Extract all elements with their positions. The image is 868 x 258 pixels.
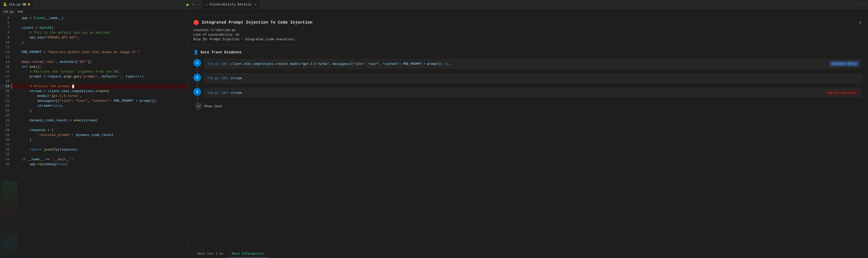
line-numbers: 5 6 7 8 9 10 11 12 13 14 15 16 17 18 19 … xyxy=(0,14,11,180)
editor-tab[interactable]: 🐍 llm.py 2 xyxy=(0,0,33,9)
code-line xyxy=(11,79,187,84)
trace-file-ref-3: llm.py (26): xyxy=(208,91,230,95)
code-line: client = OpenAI( xyxy=(11,25,187,30)
code-line: ) xyxy=(11,108,187,113)
vuln-title: Integrated Prompt Injection To Code Inje… xyxy=(202,20,312,25)
rule-label: Rule ID: xyxy=(193,38,208,41)
code-line xyxy=(11,142,187,147)
trace-content-3: llm.py (26): stream Exploit Execution xyxy=(204,88,862,97)
run-button[interactable]: ▶ xyxy=(185,2,190,7)
trace-code-3: stream xyxy=(231,91,242,95)
data-trace-header: 👤 Data Trace Evidence xyxy=(193,50,862,55)
code-lines: app = Flask(__name__) client = OpenAI( #… xyxy=(11,14,187,180)
trace-item-1: 1 llm.py (20): client.chat.completions.c… xyxy=(193,59,862,68)
tab-what-can-i-do[interactable]: What Can I Do xyxy=(193,250,227,258)
data-trace-label: Data Trace Evidence xyxy=(200,50,242,54)
trace-item-2: 2 llm.py (20): stream xyxy=(193,74,862,83)
code-line xyxy=(11,123,187,128)
code-line: dynamic_code_result = exec(stream) xyxy=(11,118,187,123)
vuln-rule-row: Rule ID: Prompt Injection - Integrated (… xyxy=(193,38,862,41)
breadcrumb: llm.py › ask xyxy=(0,9,868,14)
code-line: api_key="OPENAI_API_KEY", xyxy=(11,35,187,40)
trace-file-ref-2: llm.py (20): xyxy=(208,76,230,80)
vuln-severity-icon: 🔴 xyxy=(193,20,199,25)
vuln-line-row: Line of vulnerability: 26 xyxy=(193,33,862,37)
scroll-up-button[interactable]: ∧ xyxy=(859,20,862,25)
code-line: stream=False, xyxy=(11,103,187,108)
location-label: Location: xyxy=(193,29,210,32)
code-content: 5 6 7 8 9 10 11 12 13 14 15 16 17 18 19 … xyxy=(0,14,187,180)
more-button[interactable]: ··· xyxy=(196,2,201,7)
show-less-chevron-button[interactable]: ∧ xyxy=(195,103,202,110)
code-line: app = Flask(__name__) xyxy=(11,15,187,21)
trace-number-3: 3 xyxy=(193,88,201,96)
code-line: @app.route('/ask', methods=['GET']) xyxy=(11,60,187,64)
code-line: return jsonify(response) xyxy=(11,147,187,152)
code-line: stream = client.chat.completions.create( xyxy=(11,89,187,94)
code-line: prompt = request.args.get('prompt', defa… xyxy=(11,74,187,79)
vulnerability-details-tab[interactable]: ⚠ Vulnerability Details ✕ xyxy=(203,0,260,9)
trace-badge-1: Attacker Entry xyxy=(830,61,859,66)
code-line: # This is the default and can be omitted xyxy=(11,30,187,35)
code-line: ) xyxy=(11,40,187,45)
trace-badge-3: Exploit Execution xyxy=(825,90,859,95)
code-line xyxy=(11,113,187,118)
breadcrumb-symbol: ask xyxy=(18,10,23,13)
vuln-tab-close[interactable]: ✕ xyxy=(255,2,257,7)
editor-tab-badge: 2 xyxy=(22,3,27,6)
minimap-content xyxy=(2,181,18,258)
code-line xyxy=(11,21,187,25)
trace-content-2: llm.py (20): stream xyxy=(204,74,862,83)
tab-more-information[interactable]: More Information xyxy=(227,250,268,258)
tab-overflow[interactable]: ··· xyxy=(857,0,868,9)
file-icon: 🐍 xyxy=(3,2,7,6)
trace-number-1: 1 xyxy=(193,59,201,67)
breadcrumb-file: llm.py xyxy=(3,10,13,13)
vuln-panel-inner: 🔴 Integrated Prompt Injection To Code In… xyxy=(187,14,868,258)
main-area: 5 6 7 8 9 10 11 12 13 14 15 16 17 18 19 … xyxy=(0,14,868,258)
show-less-label[interactable]: Show less xyxy=(204,104,222,108)
editor-tab-controls: ▶ ▾ ··· xyxy=(33,0,203,9)
line-value: 26 xyxy=(236,33,239,37)
trace-number-2: 2 xyxy=(193,74,201,81)
run-split: ▾ xyxy=(192,2,194,6)
vuln-location-row: Location: C:\Dev\llm.py xyxy=(193,29,862,32)
trace-file-ref-1: llm.py (20): xyxy=(208,62,230,66)
code-line xyxy=(11,55,187,60)
code-line: PRE_PROMPT = "Generate python code that … xyxy=(11,50,187,55)
vuln-tab-icon: ⚠ xyxy=(206,2,208,7)
code-line: response = { xyxy=(11,128,187,133)
data-trace-icon: 👤 xyxy=(193,50,198,55)
vuln-title-row: 🔴 Integrated Prompt Injection To Code In… xyxy=(193,20,862,25)
location-value: C:\Dev\llm.py xyxy=(212,29,236,32)
code-editor: 5 6 7 8 9 10 11 12 13 14 15 16 17 18 19 … xyxy=(0,14,187,258)
vuln-meta: Location: C:\Dev\llm.py Line of vulnerab… xyxy=(193,29,862,41)
vuln-tab-label: Vulnerability Details xyxy=(210,3,252,6)
code-line: def ask(): xyxy=(11,64,187,69)
trace-content-1: llm.py (20): client.chat.completions.cre… xyxy=(204,59,862,68)
code-line: # Retrieve the 'prompt' argument from th… xyxy=(11,69,187,74)
modified-dot xyxy=(28,3,30,5)
data-trace-section: 👤 Data Trace Evidence 1 llm.py (20): cli… xyxy=(187,46,868,245)
code-line: app.run(debug=True) xyxy=(11,162,187,167)
vuln-header: 🔴 Integrated Prompt Injection To Code In… xyxy=(187,14,868,46)
trace-item-3: 3 llm.py (26): stream Exploit Execution xyxy=(193,88,862,97)
code-line-highlighted: # Process the prompt xyxy=(11,84,187,89)
code-line xyxy=(11,152,187,157)
show-less-row: ∧ Show less xyxy=(193,103,862,110)
editor-tab-label: llm.py xyxy=(9,3,21,6)
code-line: model='gpt-3.5-turbo', xyxy=(11,94,187,98)
rule-value: Prompt Injection - Integrated (code exec… xyxy=(210,38,294,41)
code-line: if __name__ == '__main__': xyxy=(11,157,187,162)
vulnerability-panel: 🔴 Integrated Prompt Injection To Code In… xyxy=(187,14,868,258)
trace-code-1: client.chat.completions.create( model="g… xyxy=(231,62,453,66)
minimap xyxy=(0,180,19,258)
code-line: } xyxy=(11,137,187,142)
code-line xyxy=(11,45,187,50)
breadcrumb-sep: › xyxy=(14,10,17,13)
bottom-tabs: What Can I Do More Information xyxy=(187,245,868,258)
line-label: Line of vulnerability: xyxy=(193,33,234,37)
trace-code-2: stream xyxy=(231,76,242,80)
tab-spacer xyxy=(260,0,857,9)
code-line: 'received_prompt': dynamic_code_result xyxy=(11,133,187,137)
